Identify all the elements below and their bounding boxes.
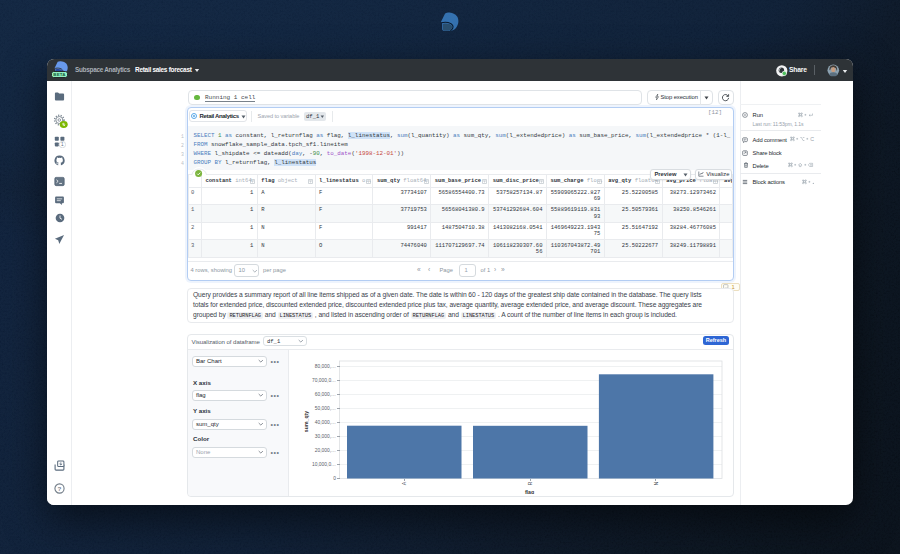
svg-text:80,000,…: 80,000,… bbox=[315, 364, 336, 369]
svg-text:30,000,…: 30,000,… bbox=[315, 434, 336, 439]
svg-text:60,000,…: 60,000,… bbox=[315, 392, 336, 397]
svg-text:50,000,…: 50,000,… bbox=[315, 406, 336, 411]
svg-text:flag: flag bbox=[525, 489, 534, 494]
svg-text:20,000,…: 20,000,… bbox=[315, 448, 336, 453]
svg-text:sum_qty: sum_qty bbox=[303, 411, 309, 432]
svg-text:10,000,0…: 10,000,0… bbox=[312, 462, 336, 467]
svg-text:1: 1 bbox=[61, 142, 64, 147]
svg-text:0: 0 bbox=[333, 476, 336, 481]
svg-text:A: A bbox=[401, 481, 407, 485]
svg-text:40,000,…: 40,000,… bbox=[315, 420, 336, 425]
svg-text:N: N bbox=[653, 481, 659, 485]
svg-text:?: ? bbox=[58, 485, 62, 492]
svg-text:C: C bbox=[810, 136, 814, 142]
svg-text:R: R bbox=[527, 481, 533, 485]
svg-text:70,000,0…: 70,000,0… bbox=[312, 378, 336, 383]
